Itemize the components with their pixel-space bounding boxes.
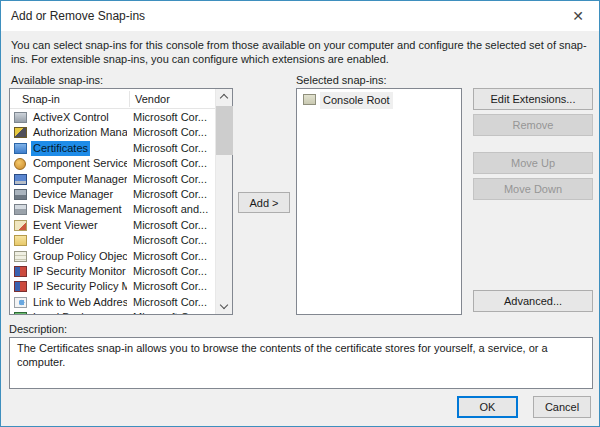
snapin-vendor: Microsoft Cor... bbox=[133, 156, 207, 171]
snapin-name: IP Security Policy M... bbox=[31, 279, 127, 294]
snapin-name: Link to Web Address bbox=[31, 295, 127, 310]
snapin-name: Computer Managem... bbox=[31, 172, 127, 187]
folder-icon bbox=[14, 235, 27, 246]
list-item[interactable]: Authorization ManagerMicrosoft Cor... bbox=[10, 125, 215, 140]
list-item[interactable]: ActiveX ControlMicrosoft Cor... bbox=[10, 110, 215, 125]
move-down-button: Move Down bbox=[473, 178, 593, 200]
list-item[interactable]: CertificatesMicrosoft Cor... bbox=[10, 141, 215, 156]
list-item[interactable]: IP Security Policy M...Microsoft Cor... bbox=[10, 279, 215, 294]
snapin-name: Group Policy Object ... bbox=[31, 249, 127, 264]
list-item[interactable]: Disk ManagementMicrosoft and... bbox=[10, 202, 215, 217]
snapin-vendor: Microsoft Cor... bbox=[133, 218, 207, 233]
snapin-vendor: Microsoft Cor... bbox=[133, 187, 207, 202]
available-snapins-list: Snap-in Vendor ActiveX ControlMicrosoft … bbox=[9, 88, 233, 315]
snapin-vendor: Microsoft Cor... bbox=[133, 233, 207, 248]
selected-rows: Console Root bbox=[297, 92, 461, 109]
list-header: Snap-in Vendor bbox=[10, 89, 215, 109]
snapin-vendor: Microsoft and... bbox=[133, 202, 208, 217]
add-remove-snapins-dialog: Add or Remove Snap-ins ✕ You can select … bbox=[0, 0, 600, 427]
selected-list-item[interactable]: Console Root bbox=[297, 92, 461, 109]
snapin-name: Authorization Manager bbox=[31, 125, 127, 140]
selected-snapins-list: Console Root bbox=[296, 88, 462, 315]
snapin-name: Certificates bbox=[31, 141, 90, 156]
snapin-vendor: Microsoft Cor... bbox=[133, 310, 207, 314]
event-viewer-icon bbox=[14, 220, 27, 231]
list-item[interactable]: Local BackupMicrosoft Cor... bbox=[10, 310, 215, 314]
list-item[interactable]: Computer Managem...Microsoft Cor... bbox=[10, 172, 215, 187]
disk-management-icon bbox=[14, 204, 27, 215]
list-item[interactable]: Link to Web AddressMicrosoft Cor... bbox=[10, 295, 215, 310]
scroll-up-icon[interactable] bbox=[216, 89, 233, 105]
column-header-vendor[interactable]: Vendor bbox=[135, 93, 170, 105]
window-title: Add or Remove Snap-ins bbox=[11, 9, 145, 23]
available-snapins-label: Available snap-ins: bbox=[11, 74, 103, 86]
intro-text: You can select snap-ins for this console… bbox=[11, 39, 593, 66]
side-buttons: Edit Extensions...RemoveMove UpMove Down… bbox=[473, 88, 593, 312]
console-folder-icon bbox=[303, 94, 316, 105]
remove-button: Remove bbox=[473, 114, 593, 136]
column-header-snapin[interactable]: Snap-in bbox=[22, 93, 60, 105]
device-manager-icon bbox=[14, 189, 27, 200]
snapin-name: Component Services bbox=[31, 156, 127, 171]
list-item[interactable]: Component ServicesMicrosoft Cor... bbox=[10, 156, 215, 171]
snapin-vendor: Microsoft Cor... bbox=[133, 125, 207, 140]
snapin-vendor: Microsoft Cor... bbox=[133, 249, 207, 264]
description-box: The Certificates snap-in allows you to b… bbox=[9, 337, 593, 389]
snapin-vendor: Microsoft Cor... bbox=[133, 141, 207, 156]
edit-extensions-button[interactable]: Edit Extensions... bbox=[473, 88, 593, 110]
snapin-vendor: Microsoft Cor... bbox=[133, 264, 207, 279]
ip-security-monitor-icon bbox=[14, 266, 27, 277]
column-separator[interactable] bbox=[129, 91, 130, 107]
local-backup-icon bbox=[14, 312, 27, 314]
component-services-icon bbox=[14, 158, 26, 170]
add-button[interactable]: Add > bbox=[238, 192, 290, 213]
available-rows: ActiveX ControlMicrosoft Cor...Authoriza… bbox=[10, 110, 215, 314]
activex-control-icon bbox=[14, 112, 27, 123]
list-item[interactable]: Event ViewerMicrosoft Cor... bbox=[10, 218, 215, 233]
list-item[interactable]: Device ManagerMicrosoft Cor... bbox=[10, 187, 215, 202]
description-label: Description: bbox=[9, 323, 67, 335]
advanced-button[interactable]: Advanced... bbox=[473, 290, 593, 312]
group-policy-object-icon bbox=[14, 251, 27, 262]
snapin-name: Device Manager bbox=[31, 187, 115, 202]
list-item[interactable]: Group Policy Object ...Microsoft Cor... bbox=[10, 249, 215, 264]
snapin-vendor: Microsoft Cor... bbox=[133, 172, 207, 187]
list-item[interactable]: FolderMicrosoft Cor... bbox=[10, 233, 215, 248]
vertical-scrollbar[interactable] bbox=[215, 89, 232, 314]
snapin-vendor: Microsoft Cor... bbox=[133, 110, 207, 125]
snapin-name: Disk Management bbox=[31, 202, 124, 217]
scrollbar-thumb[interactable] bbox=[216, 106, 233, 155]
link-to-web-address-icon bbox=[14, 297, 27, 308]
selected-snapin-name: Console Root bbox=[320, 92, 393, 109]
cancel-button[interactable]: Cancel bbox=[533, 396, 591, 418]
list-item[interactable]: IP Security MonitorMicrosoft Cor... bbox=[10, 264, 215, 279]
titlebar: Add or Remove Snap-ins ✕ bbox=[1, 1, 599, 31]
scroll-down-icon[interactable] bbox=[216, 298, 233, 314]
snapin-name: IP Security Monitor bbox=[31, 264, 127, 279]
description-text: The Certificates snap-in allows you to b… bbox=[17, 342, 548, 368]
certificates-icon bbox=[14, 143, 27, 154]
snapin-name: Folder bbox=[31, 233, 66, 248]
snapin-name: ActiveX Control bbox=[31, 110, 111, 125]
move-up-button: Move Up bbox=[473, 152, 593, 174]
snapin-vendor: Microsoft Cor... bbox=[133, 279, 207, 294]
snapin-name: Local Backup bbox=[31, 310, 101, 314]
selected-snapins-label: Selected snap-ins: bbox=[296, 74, 387, 86]
authorization-manager-icon bbox=[14, 127, 27, 138]
snapin-vendor: Microsoft Cor... bbox=[133, 295, 207, 310]
ok-button[interactable]: OK bbox=[457, 396, 518, 418]
close-icon[interactable]: ✕ bbox=[567, 5, 589, 27]
computer-management-icon bbox=[14, 174, 27, 185]
ip-security-policy-icon bbox=[14, 281, 27, 292]
snapin-name: Event Viewer bbox=[31, 218, 100, 233]
